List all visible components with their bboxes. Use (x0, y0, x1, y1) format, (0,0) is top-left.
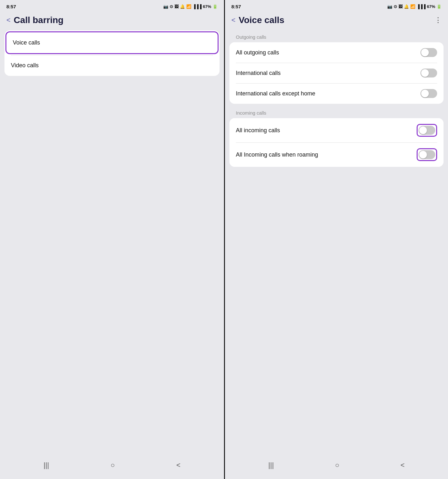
signal-icon: ▐▐▐ (193, 4, 202, 9)
instagram2-icon: ⊙ (170, 4, 173, 9)
status-bar-right: 8:57 📷 ⊙ 🖼 🔔 📶 ▐▐▐ 67% 🔋 (225, 0, 448, 12)
status-icons-right: 📷 ⊙ 🖼 🔔 📶 ▐▐▐ 67% 🔋 (387, 4, 442, 9)
header-left: < Call barring (0, 12, 224, 30)
alarm-icon-r: 🔔 (404, 4, 409, 9)
all-incoming-knob (419, 126, 427, 134)
home-button-right[interactable]: ○ (335, 461, 339, 469)
outgoing-calls-label: Outgoing calls (229, 30, 444, 42)
time-right: 8:57 (231, 4, 241, 9)
voice-calls-label: Voice calls (13, 39, 40, 46)
battery-right: 67% (427, 4, 435, 9)
nav-bar-right: ||| ○ < (225, 455, 448, 479)
instagram-icon: 📷 (163, 4, 168, 9)
outgoing-calls-card: All outgoing calls International calls I… (229, 42, 444, 104)
all-incoming-roaming-row: All Incoming calls when roaming (229, 142, 444, 167)
international-calls-text: International calls (236, 70, 420, 77)
all-incoming-roaming-knob (419, 151, 427, 158)
call-barring-card: Voice calls Video calls (4, 30, 220, 76)
intl-except-home-toggle[interactable] (420, 89, 437, 98)
international-calls-row: International calls (229, 63, 444, 83)
voice-calls-item[interactable]: Voice calls (6, 32, 218, 53)
wifi-icon-r: 📶 (410, 4, 415, 9)
status-bar-left: 8:57 📷 ⊙ 🖼 🔔 📶 ▐▐▐ 67% 🔋 (0, 0, 224, 12)
gallery-icon: 🖼 (174, 4, 179, 9)
battery-icon-r: 🔋 (436, 4, 442, 9)
international-calls-knob (421, 69, 429, 77)
all-incoming-toggle[interactable] (419, 126, 435, 135)
all-outgoing-text: All outgoing calls (236, 49, 420, 56)
all-incoming-row: All incoming calls (229, 118, 444, 142)
all-outgoing-row: All outgoing calls (229, 42, 444, 63)
instagram2-icon-r: ⊙ (394, 4, 397, 9)
right-phone-panel: 8:57 📷 ⊙ 🖼 🔔 📶 ▐▐▐ 67% 🔋 < Voice calls ⋮… (224, 0, 448, 479)
all-incoming-roaming-toggle-highlight (417, 148, 437, 161)
incoming-calls-label: Incoming calls (229, 106, 444, 118)
more-options-button[interactable]: ⋮ (435, 16, 442, 24)
status-icons-left: 📷 ⊙ 🖼 🔔 📶 ▐▐▐ 67% 🔋 (163, 4, 218, 9)
all-outgoing-toggle[interactable] (420, 48, 437, 57)
nav-bar-left: ||| ○ < (0, 455, 224, 479)
back-nav-button-left[interactable]: < (176, 461, 180, 469)
wifi-icon: 📶 (186, 4, 191, 9)
battery-icon: 🔋 (212, 4, 218, 9)
intl-except-home-text: International calls except home (236, 90, 420, 97)
all-incoming-roaming-text: All Incoming calls when roaming (236, 151, 417, 158)
all-outgoing-knob (421, 49, 429, 56)
video-calls-item[interactable]: Video calls (4, 55, 220, 76)
back-button-right[interactable]: < (231, 16, 236, 24)
header-right: < Voice calls ⋮ (225, 12, 448, 30)
alarm-icon: 🔔 (180, 4, 185, 9)
gallery-icon-r: 🖼 (398, 4, 403, 9)
all-incoming-toggle-highlight (417, 124, 437, 137)
intl-except-home-row: International calls except home (229, 83, 444, 104)
page-title-left: Call barring (14, 15, 218, 25)
content-right: Outgoing calls All outgoing calls Intern… (225, 30, 448, 455)
content-left: Voice calls Video calls (0, 30, 224, 455)
back-nav-button-right[interactable]: < (401, 461, 405, 469)
all-incoming-text: All incoming calls (236, 127, 417, 134)
battery-left: 67% (203, 4, 211, 9)
page-title-right: Voice calls (239, 15, 431, 25)
recent-apps-button-left[interactable]: ||| (44, 461, 49, 469)
recent-apps-button-right[interactable]: ||| (268, 461, 274, 469)
instagram-icon-r: 📷 (387, 4, 392, 9)
home-button-left[interactable]: ○ (110, 461, 115, 469)
video-calls-label: Video calls (11, 62, 39, 69)
time-left: 8:57 (6, 4, 16, 9)
incoming-calls-card: All incoming calls All Incoming calls wh… (229, 118, 444, 167)
signal-icon-r: ▐▐▐ (417, 4, 426, 9)
left-phone-panel: 8:57 📷 ⊙ 🖼 🔔 📶 ▐▐▐ 67% 🔋 < Call barring … (0, 0, 224, 479)
international-calls-toggle[interactable] (420, 69, 437, 77)
all-incoming-roaming-toggle[interactable] (419, 150, 435, 159)
back-button-left[interactable]: < (6, 16, 11, 24)
intl-except-home-knob (421, 90, 429, 97)
